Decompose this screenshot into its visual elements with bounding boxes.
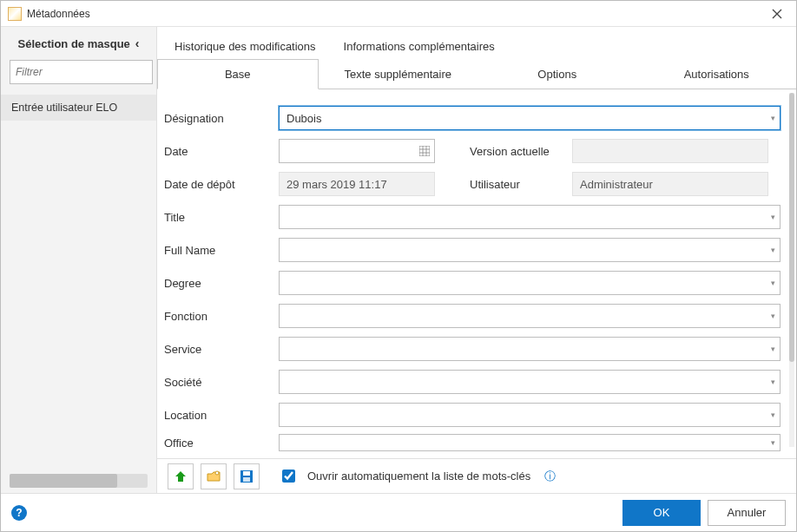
input-company[interactable] bbox=[279, 370, 781, 394]
label-office: Office bbox=[162, 437, 279, 450]
input-office[interactable] bbox=[279, 434, 781, 451]
input-degree[interactable] bbox=[279, 271, 781, 295]
vertical-scrollbar[interactable] bbox=[789, 93, 794, 447]
input-filing-date bbox=[279, 172, 435, 196]
app-icon bbox=[8, 7, 22, 21]
mask-item[interactable]: Entrée utilisateur ELO bbox=[1, 95, 156, 121]
toolbar: Ouvrir automatiquement la liste de mots-… bbox=[157, 458, 796, 493]
input-service[interactable] bbox=[279, 337, 781, 361]
input-full-name[interactable] bbox=[279, 238, 781, 262]
metadata-dialog: Métadonnées Sélection de masque ‹ Entrée… bbox=[0, 0, 797, 532]
label-service: Service bbox=[162, 343, 279, 356]
label-designation: Désignation bbox=[162, 112, 279, 125]
toolbar-save[interactable] bbox=[234, 463, 260, 489]
tab-options[interactable]: Options bbox=[478, 60, 637, 89]
label-full-name: Full Name bbox=[162, 244, 279, 257]
top-links: Historique des modifications Information… bbox=[157, 27, 796, 58]
svg-rect-4 bbox=[243, 477, 250, 482]
label-company: Société bbox=[162, 376, 279, 389]
input-function[interactable] bbox=[279, 304, 781, 328]
checkbox-label: Ouvrir automatiquement la liste de mots-… bbox=[307, 470, 530, 483]
filter-input[interactable] bbox=[10, 60, 153, 84]
tab-bar: Base Texte supplémentaire Options Autori… bbox=[157, 58, 796, 89]
sidebar-header-label: Sélection de masque bbox=[18, 37, 130, 50]
svg-point-1 bbox=[215, 471, 219, 475]
sidebar: Sélection de masque ‹ Entrée utilisateur… bbox=[1, 27, 157, 493]
main-panel: Historique des modifications Information… bbox=[157, 27, 796, 493]
checkbox-auto-open-keywords[interactable] bbox=[282, 470, 295, 483]
chevron-left-icon: ‹ bbox=[135, 36, 140, 50]
sidebar-horizontal-scrollbar[interactable] bbox=[10, 474, 148, 488]
label-degree: Degree bbox=[162, 277, 279, 290]
titlebar: Métadonnées bbox=[1, 1, 796, 27]
tab-base[interactable]: Base bbox=[157, 59, 319, 89]
label-user: Utilisateur bbox=[470, 178, 572, 191]
tab-extra-text[interactable]: Texte supplémentaire bbox=[319, 60, 478, 89]
help-icon[interactable]: ? bbox=[11, 505, 27, 521]
input-title[interactable] bbox=[279, 205, 781, 229]
input-designation[interactable] bbox=[279, 106, 781, 130]
input-date[interactable] bbox=[279, 139, 435, 163]
toolbar-action-1[interactable] bbox=[168, 463, 194, 489]
mask-item-label: Entrée utilisateur ELO bbox=[11, 102, 117, 114]
label-current-version: Version actuelle bbox=[470, 145, 572, 158]
link-history[interactable]: Historique des modifications bbox=[175, 40, 316, 58]
info-icon[interactable]: ⓘ bbox=[544, 469, 556, 484]
toolbar-open-folder[interactable] bbox=[201, 463, 227, 489]
label-filing-date: Date de dépôt bbox=[162, 178, 279, 191]
link-additional-info[interactable]: Informations complémentaires bbox=[344, 40, 495, 58]
input-current-version bbox=[572, 139, 768, 163]
ok-button[interactable]: OK bbox=[622, 500, 701, 526]
svg-rect-3 bbox=[243, 471, 250, 476]
label-function: Fonction bbox=[162, 310, 279, 323]
mask-list: Entrée utilisateur ELO bbox=[1, 91, 156, 469]
label-location: Location bbox=[162, 409, 279, 422]
footer: ? OK Annuler bbox=[1, 493, 796, 531]
sidebar-header[interactable]: Sélection de masque ‹ bbox=[1, 27, 156, 60]
calendar-icon[interactable] bbox=[419, 146, 430, 156]
tab-authorizations[interactable]: Autorisations bbox=[637, 60, 797, 89]
label-date: Date bbox=[162, 145, 279, 158]
label-title: Title bbox=[162, 211, 279, 224]
window-title: Métadonnées bbox=[27, 8, 765, 20]
input-user bbox=[572, 172, 768, 196]
form-area: Désignation ▾ Date bbox=[157, 89, 796, 458]
close-button[interactable] bbox=[765, 5, 789, 23]
cancel-button[interactable]: Annuler bbox=[708, 500, 786, 526]
svg-rect-0 bbox=[419, 146, 430, 156]
input-location[interactable] bbox=[279, 403, 781, 427]
